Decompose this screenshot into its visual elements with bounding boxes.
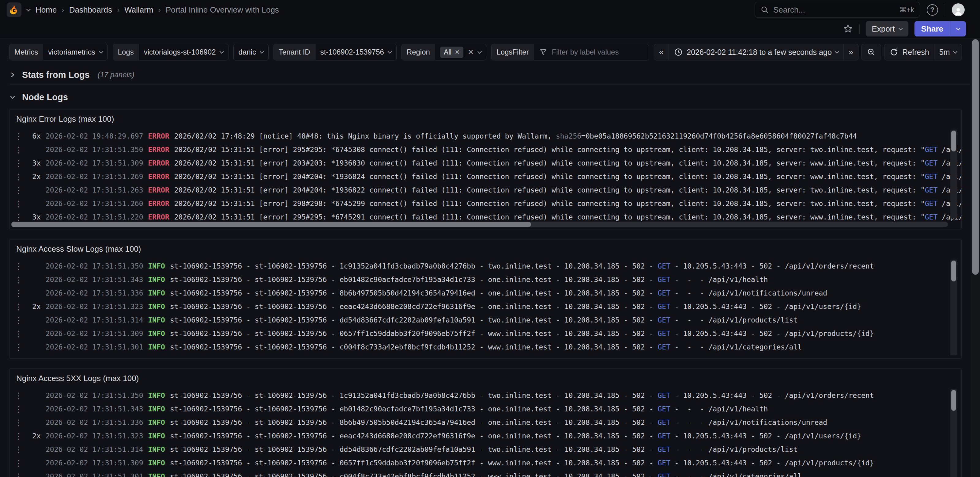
log-message: st-106902-1539756 - st-106902-1539756 - … bbox=[170, 445, 961, 453]
row-menu-kebab-icon[interactable]: ⋮ bbox=[12, 131, 25, 141]
node-select[interactable]: danic bbox=[234, 44, 268, 60]
panel-nginx-access-slow-logs: Nginx Access Slow Logs (max 100) ⋮2026-0… bbox=[9, 239, 962, 359]
row-menu-kebab-icon[interactable]: ⋮ bbox=[12, 262, 25, 271]
logs-select[interactable]: victorialogs-st-106902 bbox=[139, 44, 228, 60]
row-menu-kebab-icon[interactable]: ⋮ bbox=[12, 275, 25, 284]
row-menu-kebab-icon[interactable]: ⋮ bbox=[12, 145, 25, 155]
row-menu-kebab-icon[interactable]: ⋮ bbox=[12, 185, 25, 195]
time-zoom-out-button[interactable] bbox=[862, 44, 881, 60]
logs-value: victorialogs-st-106902 bbox=[144, 48, 216, 56]
logs-filter-field bbox=[534, 44, 649, 60]
scrollbar-thumb[interactable] bbox=[951, 260, 956, 281]
region-chip-all[interactable]: All ✕ bbox=[440, 46, 463, 58]
favorite-star-button[interactable] bbox=[843, 24, 853, 34]
page-scrollbar-thumb[interactable] bbox=[972, 39, 979, 275]
metrics-select[interactable]: victoriametrics bbox=[43, 44, 107, 60]
row-menu-kebab-icon[interactable]: ⋮ bbox=[12, 472, 25, 477]
grafana-logo-button[interactable] bbox=[7, 2, 21, 17]
scrollbar-thumb[interactable] bbox=[11, 222, 531, 227]
log-timestamp: 2026-02-02 17:31:51.309 bbox=[46, 159, 143, 167]
funnel-filter-icon bbox=[539, 48, 547, 56]
chip-remove-icon[interactable]: ✕ bbox=[455, 48, 460, 56]
log-message-segment: st-106902-1539756 - st-106902-1539756 - … bbox=[170, 276, 657, 284]
refresh-label: Refresh bbox=[902, 48, 929, 57]
time-range-picker[interactable]: 2026-02-02 11:42:18 to a few seconds ago bbox=[668, 44, 843, 60]
time-range-text: 2026-02-02 11:42:18 to a few seconds ago bbox=[687, 48, 832, 57]
log-timestamp: 2026-02-02 17:31:51.269 bbox=[46, 172, 143, 180]
tenant-id-select[interactable]: st-106902-1539756 bbox=[315, 44, 396, 60]
log-list: ⋮6x2026-02-02 19:48:29.697ERROR2026/02/0… bbox=[10, 126, 961, 224]
row-stats-from-logs[interactable]: Stats from Logs (17 panels) bbox=[9, 68, 971, 82]
log-message-segment: st-106902-1539756 - st-106902-1539756 - … bbox=[170, 459, 657, 467]
node-value: danic bbox=[239, 48, 256, 56]
logo-chevron-down-icon[interactable] bbox=[26, 7, 30, 11]
log-message-segment: /api/ bbox=[937, 199, 961, 207]
user-icon bbox=[953, 6, 964, 16]
export-button[interactable]: Export bbox=[866, 21, 908, 37]
log-level: INFO bbox=[148, 391, 165, 399]
region-select[interactable]: All ✕ ✕ bbox=[435, 44, 486, 60]
search-input[interactable]: Search... ⌘+k bbox=[755, 2, 920, 18]
log-message-segment: sha256 bbox=[556, 132, 581, 140]
row-menu-kebab-icon[interactable]: ⋮ bbox=[12, 289, 25, 298]
panel-title[interactable]: Nginx Error Logs (max 100) bbox=[10, 109, 121, 126]
row-menu-kebab-icon[interactable]: ⋮ bbox=[12, 431, 25, 441]
log-message: st-106902-1539756 - st-106902-1539756 - … bbox=[170, 330, 961, 338]
refresh-button[interactable]: Refresh bbox=[885, 44, 934, 60]
share-button[interactable]: Share bbox=[915, 21, 950, 37]
breadcrumb-wallarm[interactable]: Wallarm bbox=[124, 5, 153, 15]
panel-title[interactable]: Nginx Access 5XX Logs (max 100) bbox=[10, 369, 145, 385]
log-timestamp: 2026-02-02 17:31:51.343 bbox=[46, 405, 143, 413]
log-message-segment: GET bbox=[925, 146, 938, 153]
row-menu-kebab-icon[interactable]: ⋮ bbox=[12, 342, 25, 352]
refresh-interval-select[interactable]: 5m bbox=[934, 44, 962, 60]
row-menu-kebab-icon[interactable]: ⋮ bbox=[12, 458, 25, 468]
log-message-segment: /api/ bbox=[937, 186, 961, 194]
logs-variable: Logs victorialogs-st-106902 bbox=[113, 44, 229, 61]
row-menu-kebab-icon[interactable]: ⋮ bbox=[12, 391, 25, 400]
refresh-interval-value: 5m bbox=[939, 48, 950, 57]
region-clear-icon[interactable]: ✕ bbox=[468, 48, 474, 56]
scrollbar-thumb[interactable] bbox=[951, 390, 956, 411]
time-shift-back-button[interactable]: « bbox=[654, 44, 669, 60]
row-menu-kebab-icon[interactable]: ⋮ bbox=[12, 302, 25, 311]
row-menu-kebab-icon[interactable]: ⋮ bbox=[12, 199, 25, 209]
metrics-value: victoriametrics bbox=[48, 48, 95, 56]
log-message-segment: GET bbox=[657, 391, 670, 399]
user-avatar[interactable] bbox=[952, 3, 965, 16]
log-message-segment: GET bbox=[657, 459, 670, 467]
log-message: st-106902-1539756 - st-106902-1539756 - … bbox=[170, 276, 961, 284]
log-message-segment: GET bbox=[925, 199, 938, 207]
log-list: ⋮2026-02-02 17:31:51.350INFOst-106902-15… bbox=[10, 385, 961, 477]
scrollbar-thumb[interactable] bbox=[951, 131, 956, 152]
toolbar-divider bbox=[859, 24, 860, 34]
time-shift-forward-button[interactable]: » bbox=[843, 44, 858, 60]
help-icon[interactable]: ? bbox=[927, 4, 938, 16]
log-level: INFO bbox=[148, 262, 165, 270]
chevron-down-icon bbox=[99, 49, 103, 53]
tenant-id-label: Tenant ID bbox=[274, 44, 315, 60]
log-row: ⋮2026-02-02 17:31:51.350ERROR2026/02/02 … bbox=[12, 143, 961, 156]
breadcrumb-dashboards[interactable]: Dashboards bbox=[69, 5, 112, 15]
breadcrumb-home[interactable]: Home bbox=[35, 5, 57, 15]
page-scrollbar-track bbox=[971, 38, 980, 477]
row-menu-kebab-icon[interactable]: ⋮ bbox=[12, 404, 25, 414]
log-timestamp: 2026-02-02 17:31:51.336 bbox=[46, 418, 143, 426]
time-controls: « 2026-02-02 11:42:18 to a few seconds a… bbox=[654, 44, 962, 61]
grafana-flame-icon bbox=[9, 4, 20, 15]
row-menu-kebab-icon[interactable]: ⋮ bbox=[12, 329, 25, 338]
row-menu-kebab-icon[interactable]: ⋮ bbox=[12, 158, 25, 168]
row-menu-kebab-icon[interactable]: ⋮ bbox=[12, 172, 25, 182]
dedup-count: 6x bbox=[25, 132, 46, 140]
row-menu-kebab-icon[interactable]: ⋮ bbox=[12, 445, 25, 454]
log-timestamp: 2026-02-02 17:31:51.350 bbox=[46, 262, 143, 270]
row-menu-kebab-icon[interactable]: ⋮ bbox=[12, 212, 25, 222]
log-level: INFO bbox=[148, 316, 165, 324]
log-message-segment: GET bbox=[925, 159, 938, 167]
row-menu-kebab-icon[interactable]: ⋮ bbox=[12, 418, 25, 428]
share-dropdown-button[interactable] bbox=[950, 21, 966, 37]
panel-title[interactable]: Nginx Access Slow Logs (max 100) bbox=[10, 239, 148, 256]
row-node-logs[interactable]: Node Logs bbox=[9, 90, 971, 104]
row-menu-kebab-icon[interactable]: ⋮ bbox=[12, 316, 25, 325]
logs-filter-input[interactable] bbox=[552, 48, 644, 56]
